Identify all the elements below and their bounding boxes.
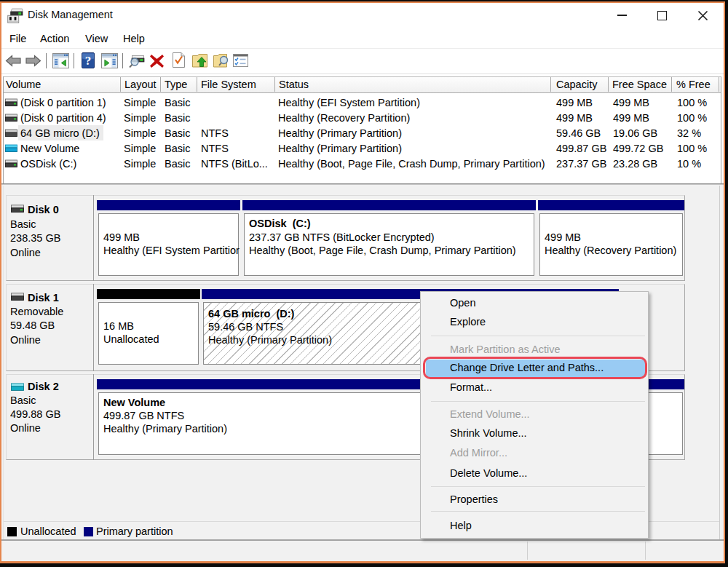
svg-text:?: ?	[85, 54, 92, 68]
